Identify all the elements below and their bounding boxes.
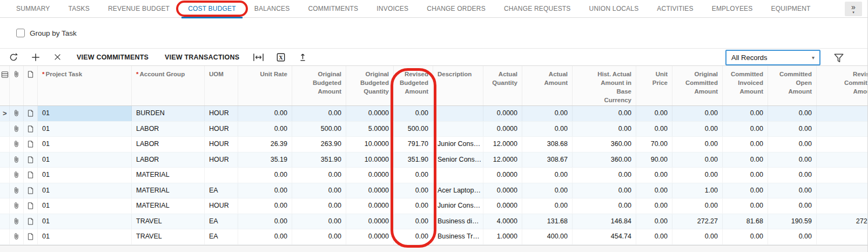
cell-committed_open_amount[interactable]: 0.00 bbox=[768, 106, 817, 121]
group-by-task-checkbox[interactable] bbox=[16, 29, 25, 37]
cell-orig_budgeted_qty[interactable]: 0.0000 bbox=[346, 198, 394, 214]
table-row[interactable]: 01TRAVELEA0.000.000.00000.00Business di…… bbox=[0, 214, 867, 230]
column-settings-icon[interactable] bbox=[0, 66, 10, 105]
cell-committed_open_amount[interactable]: 0.00 bbox=[768, 183, 817, 198]
table-row[interactable]: >01BURDENHOUR0.000.000.00000.000.00000.0… bbox=[0, 106, 867, 122]
tab-balances[interactable]: BALANCES bbox=[245, 0, 299, 18]
cell-hist_actual_amount[interactable]: 0.00 bbox=[573, 183, 636, 198]
cell-unit_rate[interactable]: 0.00 bbox=[238, 198, 292, 214]
cell-actual_amount[interactable]: 400.00 bbox=[522, 229, 573, 244]
cell-hist_actual_amount[interactable]: 0.00 bbox=[573, 106, 636, 121]
table-row[interactable]: 01LABORHOUR26.39263.9010.0000791.70Junio… bbox=[0, 137, 867, 152]
table-row[interactable]: 01LABORHOUR0.00500.005.0000500.000.00000… bbox=[0, 122, 867, 137]
cell-committed_invoiced_amount[interactable]: 0.00 bbox=[723, 183, 768, 198]
note-icon[interactable] bbox=[24, 214, 38, 229]
cell-committed_open_amount[interactable]: 0.00 bbox=[768, 137, 817, 152]
cell-revised_committed_amount[interactable] bbox=[817, 229, 868, 244]
cell-revised_budgeted_amount[interactable]: 0.00 bbox=[394, 168, 433, 183]
cell-task[interactable]: 01 bbox=[38, 198, 132, 214]
cell-committed_invoiced_amount[interactable]: 0.00 bbox=[723, 137, 768, 152]
cell-account_group[interactable]: LABOR bbox=[132, 122, 205, 137]
cell-description[interactable]: Junior Cons… bbox=[433, 198, 483, 214]
cell-orig_committed_amount[interactable]: 0.00 bbox=[672, 152, 723, 168]
tab-tasks[interactable]: TASKS bbox=[59, 0, 99, 18]
cell-unit_rate[interactable]: 0.00 bbox=[238, 183, 292, 198]
paperclip-icon[interactable] bbox=[10, 214, 24, 229]
cell-revised_committed_amount[interactable] bbox=[817, 137, 868, 152]
cell-uom[interactable]: HOUR bbox=[205, 122, 238, 137]
delete-row-button[interactable] bbox=[46, 50, 69, 65]
cell-orig_committed_amount[interactable]: 0.00 bbox=[672, 168, 723, 183]
cell-actual_qty[interactable]: 0.0000 bbox=[483, 122, 522, 137]
tab-equipment[interactable]: EQUIPMENT bbox=[762, 0, 820, 18]
cell-committed_invoiced_amount[interactable]: 0.00 bbox=[723, 198, 768, 214]
cell-hist_actual_amount[interactable]: 454.74 bbox=[573, 229, 636, 244]
cell-description[interactable] bbox=[433, 122, 483, 137]
column-header-orig_budgeted_qty[interactable]: Original Budgeted Quantity bbox=[346, 66, 394, 105]
cell-orig_budgeted_qty[interactable]: 10.0000 bbox=[346, 137, 394, 152]
cell-task[interactable]: 01 bbox=[38, 106, 132, 121]
cell-task[interactable]: 01 bbox=[38, 183, 132, 198]
cell-unit_rate[interactable]: 0.00 bbox=[238, 106, 292, 121]
cell-orig_committed_amount[interactable]: 1.00 bbox=[672, 183, 723, 198]
fit-to-screen-button[interactable] bbox=[247, 50, 270, 65]
cell-uom[interactable]: HOUR bbox=[205, 152, 238, 168]
cell-account_group[interactable]: MATERIAL bbox=[132, 168, 205, 183]
cell-committed_invoiced_amount[interactable]: 0.00 bbox=[723, 106, 768, 121]
table-row[interactable]: 01TRAVELEA0.000.000.00000.00Business Tr…… bbox=[0, 229, 867, 245]
table-row[interactable]: 01MATERIALEA0.000.000.00000.00Acer Lapto… bbox=[0, 183, 867, 199]
cell-orig_budgeted_qty[interactable]: 0.0000 bbox=[346, 214, 394, 229]
column-header-unit_price[interactable]: Unit Price bbox=[636, 66, 672, 105]
cell-hist_actual_amount[interactable]: 0.00 bbox=[573, 122, 636, 137]
cell-orig_budgeted_amount[interactable]: 0.00 bbox=[292, 229, 346, 244]
column-header-orig_budgeted_amount[interactable]: Original Budgeted Amount bbox=[292, 66, 346, 105]
cell-uom[interactable]: HOUR bbox=[205, 106, 238, 121]
column-header-unit_rate[interactable]: Unit Rate bbox=[238, 66, 292, 105]
cell-committed_invoiced_amount[interactable]: 0.00 bbox=[723, 168, 768, 183]
cell-unit_rate[interactable]: 0.00 bbox=[238, 168, 292, 183]
cell-revised_budgeted_amount[interactable]: 500.00 bbox=[394, 122, 433, 137]
cell-orig_budgeted_amount[interactable]: 0.00 bbox=[292, 106, 346, 121]
cell-description[interactable]: Junior Cons… bbox=[433, 137, 483, 152]
cell-actual_qty[interactable]: 0.0000 bbox=[483, 198, 522, 214]
paperclip-icon[interactable] bbox=[10, 229, 24, 244]
cell-orig_budgeted_amount[interactable]: 0.00 bbox=[292, 183, 346, 198]
paperclip-icon[interactable] bbox=[10, 168, 24, 183]
records-filter-select[interactable]: All Records ▾ bbox=[725, 50, 820, 65]
column-header-description[interactable]: Description bbox=[433, 66, 483, 105]
cell-orig_committed_amount[interactable]: 0.00 bbox=[672, 198, 723, 214]
cell-actual_qty[interactable]: 0.0000 bbox=[483, 183, 522, 198]
cell-orig_committed_amount[interactable]: 0.00 bbox=[672, 137, 723, 152]
cell-hist_actual_amount[interactable]: 146.84 bbox=[573, 214, 636, 229]
paperclip-icon[interactable] bbox=[10, 137, 24, 152]
cell-orig_budgeted_qty[interactable]: 5.0000 bbox=[346, 122, 394, 137]
filter-settings-button[interactable] bbox=[831, 51, 847, 65]
note-icon[interactable] bbox=[24, 137, 38, 152]
cell-description[interactable]: Senior Cons… bbox=[433, 152, 483, 168]
cell-actual_qty[interactable]: 0.0000 bbox=[483, 106, 522, 121]
cell-task[interactable]: 01 bbox=[38, 122, 132, 137]
cell-account_group[interactable]: BURDEN bbox=[132, 106, 205, 121]
column-header-task[interactable]: *Project Task bbox=[38, 66, 132, 105]
cell-actual_qty[interactable]: 4.0000 bbox=[483, 214, 522, 229]
cell-committed_invoiced_amount[interactable]: 0.00 bbox=[723, 152, 768, 168]
cell-unit_price[interactable]: 70.00 bbox=[636, 137, 672, 152]
cell-unit_rate[interactable]: 26.39 bbox=[238, 137, 292, 152]
cell-task[interactable]: 01 bbox=[38, 214, 132, 229]
cell-orig_budgeted_qty[interactable]: 0.0000 bbox=[346, 229, 394, 244]
cell-committed_open_amount[interactable]: 0.00 bbox=[768, 122, 817, 137]
note-icon[interactable] bbox=[24, 198, 38, 214]
cell-committed_invoiced_amount[interactable]: 0.00 bbox=[723, 229, 768, 244]
cell-revised_committed_amount[interactable] bbox=[817, 106, 868, 121]
tab-activities[interactable]: ACTIVITIES bbox=[648, 0, 702, 18]
cell-uom[interactable]: EA bbox=[205, 229, 238, 244]
paperclip-icon[interactable] bbox=[10, 122, 24, 137]
cell-orig_budgeted_qty[interactable]: 10.0000 bbox=[346, 152, 394, 168]
cell-unit_price[interactable]: 0.00 bbox=[636, 183, 672, 198]
paperclip-icon[interactable] bbox=[10, 198, 24, 214]
cell-orig_budgeted_amount[interactable]: 351.90 bbox=[292, 152, 346, 168]
cell-unit_price[interactable]: 0.00 bbox=[636, 168, 672, 183]
cell-committed_open_amount[interactable]: 0.00 bbox=[768, 168, 817, 183]
tab-summary[interactable]: SUMMARY bbox=[7, 0, 59, 18]
cell-actual_qty[interactable]: 0.0000 bbox=[483, 168, 522, 183]
